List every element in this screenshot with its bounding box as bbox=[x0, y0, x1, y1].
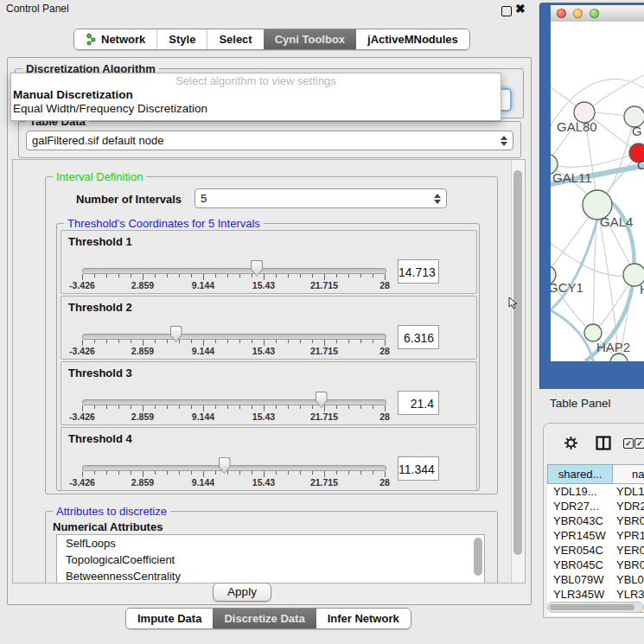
table-row[interactable]: YBL079WYBL0... bbox=[547, 572, 644, 587]
network-icon bbox=[86, 33, 97, 46]
tab-jactivemnodules[interactable]: jActiveMNodules bbox=[356, 29, 469, 49]
float-icon[interactable] bbox=[501, 6, 512, 16]
table-row[interactable]: YBR045CYBR0... bbox=[547, 558, 644, 572]
network-edge bbox=[551, 238, 634, 276]
threshold-2-box: Threshold 2-3.4262.8599.14415.4321.71528… bbox=[61, 296, 477, 360]
threshold-value-field[interactable]: 14.713 bbox=[398, 259, 439, 284]
column-header-name[interactable]: na... bbox=[613, 464, 644, 484]
split-columns-icon[interactable] bbox=[596, 436, 611, 450]
cell-shared-name[interactable]: YLR345W bbox=[547, 587, 613, 602]
table-row[interactable]: YDR27...YDR2... bbox=[547, 499, 644, 513]
table-row[interactable]: YPR145WYPR1... bbox=[547, 528, 644, 543]
algorithm-popup: Select algorithm to view settings Manual… bbox=[10, 73, 501, 121]
table-hscrollbar[interactable] bbox=[547, 602, 644, 613]
cell-name[interactable]: YBR0... bbox=[613, 513, 644, 528]
cell-shared-name[interactable]: YDR27... bbox=[547, 499, 613, 513]
tab-discretize-data[interactable]: Discretize Data bbox=[213, 609, 316, 628]
cell-shared-name[interactable]: YER054C bbox=[547, 543, 613, 558]
combo-arrows-icon bbox=[501, 136, 507, 146]
close-icon[interactable]: ✖ bbox=[515, 2, 526, 16]
cell-shared-name[interactable]: YDL19... bbox=[547, 484, 613, 499]
tick-label: 15.43 bbox=[252, 477, 275, 488]
column-header-shared-name[interactable]: shared... bbox=[547, 464, 613, 484]
checkbox-icon[interactable]: ✓ bbox=[623, 438, 634, 449]
tab-select[interactable]: Select bbox=[207, 29, 263, 49]
tick-label: -3.426 bbox=[69, 346, 95, 356]
attribute-item[interactable]: TopologicalCoefficient bbox=[57, 552, 484, 568]
maximize-traffic-light[interactable] bbox=[590, 9, 599, 18]
cell-name[interactable]: YBR0... bbox=[613, 558, 644, 572]
popup-item-manual-discretization[interactable]: Manual Discretization bbox=[11, 88, 501, 102]
cell-name[interactable]: YLR3... bbox=[613, 587, 644, 602]
threshold-value-field[interactable]: 6.316 bbox=[398, 325, 439, 349]
threshold-slider-track[interactable] bbox=[82, 268, 386, 274]
table-hscrollbar-thumb[interactable] bbox=[550, 604, 634, 610]
threshold-slider-thumb[interactable] bbox=[170, 326, 182, 342]
interval-definition-group: Interval Definition Number of Intervals … bbox=[45, 176, 498, 494]
table-row[interactable]: YDL19...YDL1... bbox=[547, 484, 644, 499]
threshold-slider-track[interactable] bbox=[82, 465, 386, 471]
panel-scrollbar-track[interactable] bbox=[511, 160, 525, 583]
popup-item-equal-width[interactable]: Equal Width/Frequency Discretization bbox=[11, 102, 501, 116]
attribute-item[interactable]: BetweennessCentrality bbox=[57, 568, 484, 583]
tab-cyni-toolbox[interactable]: Cyni Toolbox bbox=[264, 29, 356, 49]
attributes-list-scrollbar[interactable] bbox=[474, 538, 482, 576]
cell-name[interactable]: YER0... bbox=[613, 543, 644, 558]
number-of-intervals-label: Number of Intervals bbox=[76, 193, 182, 206]
tab-style[interactable]: Style bbox=[156, 29, 207, 49]
node-label: GAL4 bbox=[600, 214, 633, 229]
tab-label: Style bbox=[169, 33, 195, 46]
cell-shared-name[interactable]: YBR043C bbox=[547, 513, 613, 528]
tab-label: Infer Network bbox=[328, 612, 399, 625]
threshold-value-field[interactable]: 11.344 bbox=[398, 456, 439, 481]
threshold-slider-track[interactable] bbox=[82, 334, 386, 340]
tab-label: Discretize Data bbox=[224, 612, 304, 625]
cell-name[interactable]: YDL1... bbox=[613, 484, 644, 499]
panel-scrollbar-thumb[interactable] bbox=[513, 170, 522, 555]
top-tab-bar: NetworkStyleSelectCyni ToolboxjActiveMNo… bbox=[73, 29, 470, 50]
node-label: HAP2 bbox=[596, 340, 630, 354]
cell-name[interactable]: YBL0... bbox=[613, 572, 644, 587]
table-data-combo[interactable]: galFiltered.sif default node bbox=[26, 131, 513, 150]
table-row[interactable]: YLR345WYLR3... bbox=[547, 587, 644, 602]
cell-name[interactable]: YDR2... bbox=[613, 499, 644, 513]
network-edge bbox=[551, 153, 639, 167]
attribute-item[interactable]: SelfLoops bbox=[57, 535, 484, 552]
threshold-slider-thumb[interactable] bbox=[251, 260, 263, 277]
cell-shared-name[interactable]: YPR145W bbox=[547, 528, 613, 543]
threshold-slider-track[interactable] bbox=[82, 399, 386, 405]
minimize-traffic-light[interactable] bbox=[573, 9, 583, 18]
cell-name[interactable]: YPR1... bbox=[613, 528, 644, 543]
table-panel-title: Table Panel bbox=[550, 397, 611, 410]
table-row[interactable]: YBR043CYBR0... bbox=[547, 513, 644, 528]
interval-definition-title: Interval Definition bbox=[53, 170, 146, 183]
tick-label: 15.43 bbox=[252, 280, 275, 290]
threshold-label: Threshold 1 bbox=[68, 235, 132, 248]
threshold-slider-thumb[interactable] bbox=[219, 457, 231, 474]
tick-label: 2.859 bbox=[131, 477, 154, 488]
threshold-slider-thumb[interactable] bbox=[316, 392, 328, 408]
tick-label: 28 bbox=[379, 477, 390, 488]
gear-icon[interactable] bbox=[564, 436, 578, 450]
cell-shared-name[interactable]: YBL079W bbox=[547, 572, 613, 587]
cell-shared-name[interactable]: YBR045C bbox=[547, 558, 613, 572]
network-canvas[interactable]: GAL80GCGAL11GAL4GCY1HHAP2 bbox=[551, 22, 644, 361]
tab-network[interactable]: Network bbox=[74, 29, 156, 49]
mouse-cursor bbox=[508, 296, 518, 309]
threshold-value-field[interactable]: 21.4 bbox=[398, 391, 439, 415]
attributes-list: SelfLoopsTopologicalCoefficientBetweenne… bbox=[56, 534, 485, 583]
tab-impute-data[interactable]: Impute Data bbox=[126, 609, 213, 628]
tick-label: 28 bbox=[379, 411, 390, 422]
number-of-intervals-combo[interactable]: 5 bbox=[194, 188, 447, 208]
network-window-titlebar[interactable] bbox=[551, 5, 644, 22]
tab-infer-network[interactable]: Infer Network bbox=[316, 609, 411, 628]
table-row[interactable]: YER054CYER0... bbox=[547, 543, 644, 558]
tick-label: 21.715 bbox=[310, 411, 338, 422]
network-node-hap2[interactable] bbox=[584, 324, 602, 341]
table-data-group: Table Data galFiltered.sif default node bbox=[18, 121, 521, 158]
checkbox-icon[interactable]: ✓ bbox=[634, 438, 644, 449]
close-traffic-light[interactable] bbox=[557, 9, 566, 18]
apply-button[interactable]: Apply bbox=[213, 583, 271, 602]
tick-label: 9.144 bbox=[192, 477, 214, 488]
panel-title: Control Panel bbox=[6, 3, 69, 15]
